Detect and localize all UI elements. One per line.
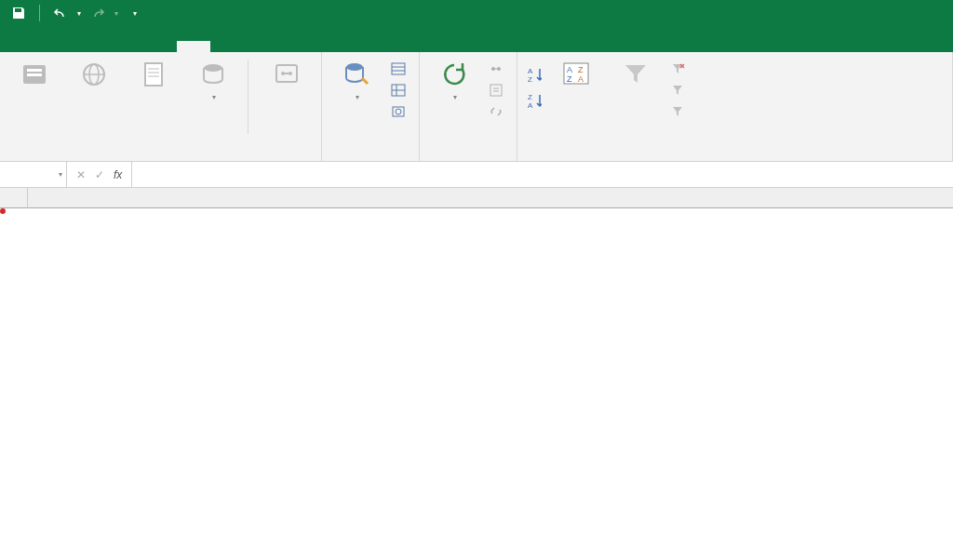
formula-bar: ✕ ✓ fx — [0, 162, 953, 188]
recent-sources-button[interactable] — [389, 102, 411, 121]
refresh-all-button[interactable] — [427, 56, 481, 101]
refresh-all-icon — [439, 60, 469, 89]
from-access-button[interactable] — [7, 56, 61, 91]
svg-rect-6 — [145, 63, 162, 86]
titlebar: ▾ ▾ ▾ — [0, 0, 953, 26]
sort-icon: AZZA — [561, 60, 591, 89]
tab-view[interactable] — [244, 41, 277, 52]
sort-desc-icon: ZA — [527, 93, 542, 108]
svg-point-23 — [396, 109, 401, 114]
new-query-button[interactable] — [329, 56, 383, 101]
connections-icon — [489, 61, 503, 76]
svg-text:Z: Z — [578, 65, 584, 74]
column-headers — [28, 188, 953, 208]
svg-rect-1 — [27, 69, 42, 72]
undo-dropdown[interactable]: ▾ — [77, 9, 81, 18]
clear-button[interactable] — [668, 60, 691, 78]
redo-dropdown: ▾ — [114, 9, 118, 18]
formula-input[interactable] — [132, 162, 953, 187]
edit-links-button[interactable] — [487, 102, 509, 121]
tab-foxit[interactable] — [277, 41, 311, 52]
svg-text:A: A — [578, 74, 584, 84]
group-sort-filter: AZ ZA AZZA — [517, 52, 953, 161]
new-query-icon — [342, 60, 371, 89]
properties-icon — [489, 83, 503, 98]
show-queries-icon — [391, 61, 406, 76]
edit-links-icon — [489, 104, 503, 119]
ribbon-tabs — [0, 26, 953, 52]
highlight-annotation — [0, 208, 6, 214]
tab-file[interactable] — [9, 41, 43, 52]
svg-rect-27 — [490, 85, 502, 96]
filter-icon — [621, 60, 651, 89]
reapply-icon — [670, 83, 685, 98]
group-get-external-data — [0, 52, 322, 161]
properties-button[interactable] — [487, 81, 509, 100]
tab-data[interactable] — [177, 41, 210, 52]
filter-button[interactable] — [609, 56, 663, 91]
formula-buttons: ✕ ✓ fx — [67, 162, 132, 187]
tab-formulas[interactable] — [143, 41, 177, 52]
show-queries-button[interactable] — [389, 60, 411, 78]
clear-icon — [670, 61, 685, 76]
redo-icon — [90, 6, 105, 20]
recent-sources-icon — [391, 104, 406, 119]
qat-customize-icon[interactable]: ▾ — [133, 9, 137, 18]
sort-button[interactable]: AZZA — [549, 56, 603, 91]
cancel-formula-icon[interactable]: ✕ — [76, 168, 86, 181]
group-connections — [420, 52, 517, 161]
tab-home[interactable] — [43, 41, 76, 52]
svg-text:A: A — [528, 101, 533, 110]
svg-text:A: A — [528, 67, 533, 75]
tab-page-layout[interactable] — [110, 41, 143, 52]
from-other-sources-button[interactable] — [186, 56, 240, 101]
from-access-icon — [20, 60, 49, 89]
tab-pdfarchitect[interactable] — [311, 41, 344, 52]
save-icon[interactable] — [11, 6, 26, 20]
sort-asc-button[interactable]: AZ — [525, 65, 544, 84]
ribbon: AZ ZA AZZA — [0, 52, 953, 162]
svg-text:Z: Z — [528, 75, 532, 84]
from-web-icon — [79, 60, 109, 89]
quick-access-toolbar: ▾ ▾ ▾ — [0, 5, 137, 21]
svg-text:Z: Z — [567, 74, 572, 84]
tab-insert[interactable] — [76, 41, 110, 52]
reapply-button[interactable] — [668, 81, 691, 100]
svg-point-10 — [204, 64, 222, 72]
spreadsheet-grid — [0, 188, 953, 208]
svg-text:A: A — [567, 65, 572, 74]
svg-text:Z: Z — [528, 93, 532, 101]
name-box[interactable] — [0, 162, 67, 187]
advanced-button[interactable] — [668, 102, 691, 121]
fx-icon[interactable]: fx — [114, 168, 122, 181]
svg-point-15 — [346, 63, 363, 71]
advanced-icon — [670, 104, 685, 119]
group-get-transform — [322, 52, 420, 161]
sort-asc-icon: AZ — [527, 67, 542, 82]
from-text-icon — [139, 60, 168, 89]
sort-desc-button[interactable]: ZA — [525, 91, 544, 110]
svg-rect-2 — [27, 73, 42, 76]
from-table-button[interactable] — [389, 81, 411, 100]
existing-connections-icon — [272, 60, 302, 89]
from-text-button[interactable] — [127, 56, 181, 91]
existing-connections-button[interactable] — [260, 56, 314, 91]
from-other-sources-icon — [198, 60, 228, 89]
svg-rect-16 — [392, 63, 405, 74]
enter-formula-icon[interactable]: ✓ — [95, 168, 104, 181]
from-table-icon — [391, 83, 406, 98]
undo-icon[interactable] — [53, 6, 68, 20]
from-web-button[interactable] — [67, 56, 121, 91]
connections-button[interactable] — [487, 60, 509, 78]
tab-review[interactable] — [210, 41, 244, 52]
select-all-button[interactable] — [0, 188, 28, 208]
